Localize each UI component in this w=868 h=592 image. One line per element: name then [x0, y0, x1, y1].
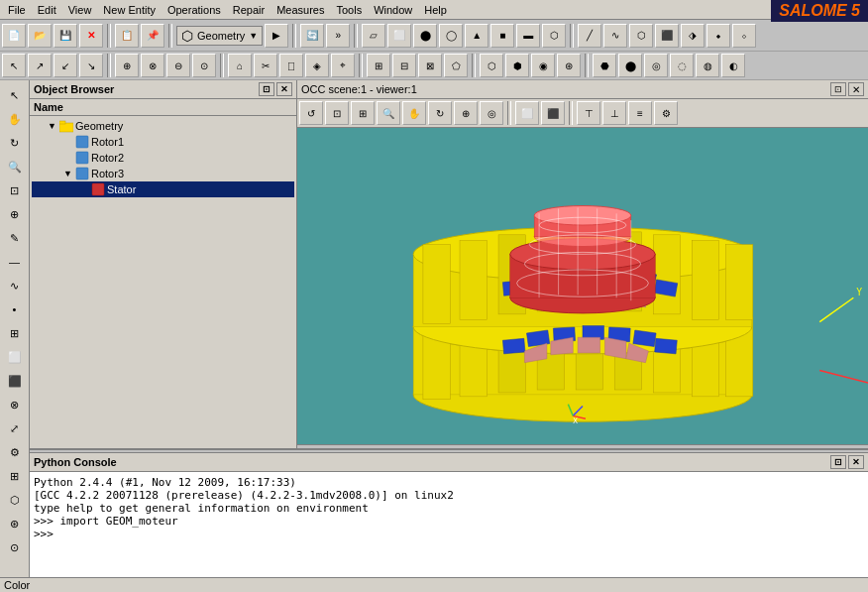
tb2-21[interactable]: ⊛: [557, 54, 581, 77]
tb2-10[interactable]: ✂: [254, 54, 277, 77]
left-pointer[interactable]: ↖: [4, 84, 26, 106]
tb2-8[interactable]: ⊙: [192, 54, 216, 77]
menu-view[interactable]: View: [62, 2, 98, 18]
tb2-15[interactable]: ⊟: [392, 54, 416, 77]
tb2-13[interactable]: ⌖: [331, 54, 355, 77]
tb2-12[interactable]: ◈: [305, 54, 329, 77]
tree-item-geometry[interactable]: ▼ Geometry: [32, 118, 294, 134]
tb2-9[interactable]: ⌂: [228, 54, 252, 77]
tb-rect[interactable]: ▬: [516, 24, 540, 48]
left-solid[interactable]: ⬛: [4, 370, 26, 392]
vt-rotate[interactable]: ↻: [428, 101, 452, 125]
tb2-5[interactable]: ⊕: [115, 54, 139, 77]
tb2-19[interactable]: ⬢: [505, 54, 529, 77]
left-fit[interactable]: ⊡: [4, 179, 26, 201]
left-array[interactable]: ⊞: [4, 465, 26, 487]
viewer-close[interactable]: ✕: [848, 82, 864, 96]
menu-file[interactable]: File: [2, 2, 32, 18]
tb-sphere[interactable]: ⬤: [413, 24, 437, 48]
vt-fit-area[interactable]: ⊞: [351, 101, 375, 125]
tb2-4[interactable]: ↘: [79, 54, 103, 77]
left-repair[interactable]: ⚙: [4, 441, 26, 463]
tb-dump[interactable]: 🔄: [300, 24, 324, 48]
menu-new-entity[interactable]: New Entity: [97, 2, 162, 18]
left-measure[interactable]: ⊕: [4, 203, 26, 225]
tb-curve-tool[interactable]: ∿: [603, 24, 627, 48]
tb2-1[interactable]: ↖: [2, 54, 26, 77]
tb-cylinder[interactable]: ⬜: [387, 24, 411, 48]
viewer-resize-handle[interactable]: [297, 444, 868, 448]
menu-measures[interactable]: Measures: [271, 2, 330, 18]
tree-item-stator[interactable]: Stator: [32, 181, 294, 197]
menu-help[interactable]: Help: [418, 2, 453, 18]
tb-new[interactable]: 📄: [2, 24, 26, 48]
tb-module-expand[interactable]: ▶: [265, 24, 288, 48]
tb-copy[interactable]: 📋: [115, 24, 139, 48]
menu-tools[interactable]: Tools: [330, 2, 368, 18]
vt-clipping[interactable]: ≡: [628, 101, 652, 125]
tb2-11[interactable]: ⎕: [279, 54, 303, 77]
console-line-5[interactable]: >>>: [34, 528, 864, 540]
left-extra1[interactable]: ⬡: [4, 489, 26, 511]
tb2-20[interactable]: ◉: [531, 54, 555, 77]
vt-zoom[interactable]: 🔍: [377, 101, 400, 125]
ob-detach[interactable]: ⊡: [259, 82, 274, 96]
vt-top[interactable]: ⊤: [577, 101, 600, 125]
left-face[interactable]: ⬜: [4, 346, 26, 368]
tb2-27[interactable]: ◐: [721, 54, 745, 77]
tb2-7[interactable]: ⊖: [166, 54, 190, 77]
left-line[interactable]: —: [4, 251, 26, 273]
tb2-25[interactable]: ◌: [670, 54, 694, 77]
vt-wireframe[interactable]: ⬜: [515, 101, 539, 125]
tree-item-rotor1[interactable]: Rotor1: [32, 134, 294, 150]
tb2-14[interactable]: ⊞: [367, 54, 390, 77]
tb-close[interactable]: ✕: [79, 24, 103, 48]
ob-close[interactable]: ✕: [276, 82, 292, 96]
tree-item-rotor3[interactable]: ▼ Rotor3: [32, 166, 294, 181]
left-pan[interactable]: ✋: [4, 108, 26, 130]
tb-torus[interactable]: ◯: [439, 24, 463, 48]
tb-hexagon[interactable]: ⬡: [542, 24, 566, 48]
left-curve[interactable]: ∿: [4, 275, 26, 296]
tb-square[interactable]: ■: [490, 24, 514, 48]
tb-save[interactable]: 💾: [54, 24, 77, 48]
vt-fit-selection[interactable]: ◎: [480, 101, 503, 125]
vt-shading[interactable]: ⬛: [541, 101, 565, 125]
tb2-16[interactable]: ⊠: [418, 54, 442, 77]
menu-edit[interactable]: Edit: [32, 2, 62, 18]
tb-face[interactable]: ⬛: [655, 24, 679, 48]
tb2-18[interactable]: ⬡: [480, 54, 503, 77]
viewer-canvas[interactable]: Y X: [297, 128, 868, 448]
tb-cone[interactable]: ▲: [465, 24, 488, 48]
tb-more[interactable]: »: [326, 24, 350, 48]
left-point[interactable]: •: [4, 298, 26, 320]
tb2-3[interactable]: ↙: [54, 54, 77, 77]
menu-repair[interactable]: Repair: [227, 2, 271, 18]
tb2-17[interactable]: ⬠: [444, 54, 468, 77]
tb2-24[interactable]: ◎: [644, 54, 668, 77]
tb-extra[interactable]: ⬦: [732, 24, 756, 48]
tb-open[interactable]: 📂: [28, 24, 52, 48]
vt-global-pan[interactable]: ⊕: [454, 101, 478, 125]
tb-shell[interactable]: ⬗: [681, 24, 705, 48]
vt-pan[interactable]: ✋: [402, 101, 426, 125]
vt-reset[interactable]: ↺: [299, 101, 323, 125]
menu-operations[interactable]: Operations: [162, 2, 227, 18]
console-close[interactable]: ✕: [848, 455, 864, 469]
viewer-detach[interactable]: ⊡: [830, 82, 846, 96]
menu-window[interactable]: Window: [368, 2, 418, 18]
tb-line-tool[interactable]: ╱: [578, 24, 601, 48]
tb2-23[interactable]: ⬤: [618, 54, 642, 77]
tb-box[interactable]: ▱: [362, 24, 385, 48]
left-extra3[interactable]: ⊙: [4, 536, 26, 558]
left-zoom[interactable]: 🔍: [4, 156, 26, 178]
left-rotate[interactable]: ↻: [4, 132, 26, 154]
vt-triedre[interactable]: ⊥: [602, 101, 626, 125]
tb2-26[interactable]: ◍: [696, 54, 719, 77]
vt-settings[interactable]: ⚙: [654, 101, 678, 125]
tb-solid-create[interactable]: ⬥: [706, 24, 730, 48]
module-selector[interactable]: ⬡ Geometry ▼: [176, 26, 263, 46]
left-bool[interactable]: ⊗: [4, 394, 26, 415]
left-transform[interactable]: ⤢: [4, 417, 26, 439]
tb-polygon[interactable]: ⬡: [629, 24, 653, 48]
